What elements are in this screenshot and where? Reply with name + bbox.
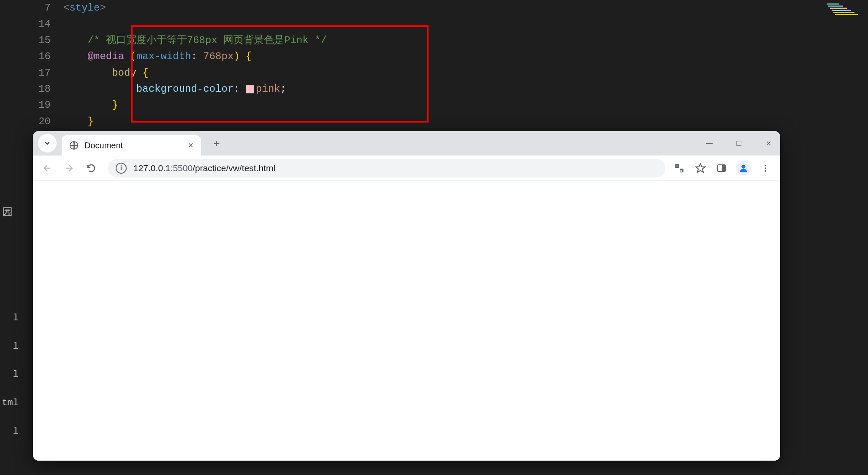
svg-point-3 (741, 164, 745, 168)
line-number: 7 (34, 0, 63, 16)
file-tree-item-fragment: l (0, 369, 21, 380)
code-line[interactable]: 20 } (0, 114, 868, 130)
url-port: :5500 (171, 163, 193, 173)
url-path: /practice/vw/test.html (193, 163, 275, 173)
browser-window: Document × + — ☐ ✕ i 127.0.0.1:5500/prac… (33, 131, 780, 461)
code-line[interactable]: 15 /* 视口宽度小于等于768px 网页背景色是Pink */ (0, 33, 868, 49)
tab-search-button[interactable] (38, 134, 57, 153)
close-tab-button[interactable]: × (188, 140, 193, 151)
bookmark-button[interactable] (694, 162, 707, 175)
tab-strip: Document × + — ☐ ✕ (33, 131, 780, 156)
back-button[interactable] (38, 159, 57, 177)
browser-tab[interactable]: Document × (62, 135, 201, 156)
translate-icon (674, 163, 685, 174)
browser-toolbar: i 127.0.0.1:5500/practice/vw/test.html (33, 156, 780, 181)
kebab-menu-icon (761, 164, 770, 173)
line-content[interactable]: <style> (63, 0, 106, 16)
code-line[interactable]: 18 background-color: pink; (0, 81, 868, 97)
code-editor[interactable]: 7<style>1415 /* 视口宽度小于等于768px 网页背景色是Pink… (0, 0, 868, 131)
line-number: 15 (34, 33, 63, 49)
side-panel-icon (716, 163, 727, 173)
forward-button[interactable] (60, 159, 79, 177)
line-number: 16 (34, 49, 63, 65)
file-tree-item-fragment: l (0, 426, 21, 437)
maximize-button[interactable]: ☐ (733, 139, 745, 147)
line-content[interactable]: body { (63, 65, 149, 81)
arrow-right-icon (64, 163, 74, 173)
line-content[interactable]: background-color: pink; (63, 81, 286, 97)
svg-point-5 (765, 167, 766, 169)
file-tree-item-fragment: l (0, 341, 21, 352)
file-tree-item-fragment: l (0, 313, 21, 323)
line-number: 20 (34, 114, 63, 130)
star-icon (695, 163, 706, 174)
close-window-button[interactable]: ✕ (762, 139, 774, 147)
line-content[interactable]: @media (max-width: 768px) { (63, 49, 252, 65)
svg-rect-2 (722, 165, 725, 172)
line-content[interactable]: } (63, 114, 94, 130)
line-number: 18 (34, 81, 63, 97)
svg-point-6 (765, 170, 766, 172)
code-line[interactable]: 7<style> (0, 0, 868, 16)
line-number: 14 (34, 16, 63, 32)
code-line[interactable]: 17 body { (0, 65, 868, 81)
line-content[interactable]: /* 视口宽度小于等于768px 网页背景色是Pink */ (63, 33, 327, 49)
url-host: 127.0.0.1 (133, 163, 171, 173)
reload-button[interactable] (82, 159, 100, 177)
toolbar-right-actions (673, 161, 775, 175)
code-line[interactable]: 19 } (0, 97, 868, 113)
menu-button[interactable] (759, 162, 772, 175)
side-panel-button[interactable] (715, 162, 728, 175)
code-line[interactable]: 16 @media (max-width: 768px) { (0, 49, 868, 65)
window-controls: — ☐ ✕ (703, 131, 774, 156)
profile-icon (739, 164, 748, 173)
reload-icon (86, 163, 96, 173)
address-bar[interactable]: i 127.0.0.1:5500/practice/vw/test.html (108, 159, 665, 177)
svg-point-4 (765, 164, 766, 166)
chevron-down-icon (43, 139, 51, 147)
editor-minimap[interactable] (827, 3, 865, 28)
translate-button[interactable] (673, 162, 686, 175)
code-line[interactable]: 14 (0, 16, 868, 32)
file-tree-fragment: llltmll (0, 313, 21, 454)
tab-title: Document (84, 141, 123, 150)
minimize-button[interactable]: — (703, 139, 715, 147)
globe-icon (69, 141, 79, 150)
file-tree-item-fragment: tml (0, 398, 21, 408)
profile-button[interactable] (736, 161, 751, 175)
page-viewport[interactable] (33, 181, 780, 461)
line-number: 17 (34, 65, 63, 81)
line-content[interactable]: } (63, 97, 118, 113)
new-tab-button[interactable]: + (209, 135, 225, 151)
sidebar-fragment: 园 (3, 205, 13, 218)
site-info-icon[interactable]: i (116, 163, 127, 174)
arrow-left-icon (42, 163, 52, 173)
line-number: 19 (34, 97, 63, 113)
